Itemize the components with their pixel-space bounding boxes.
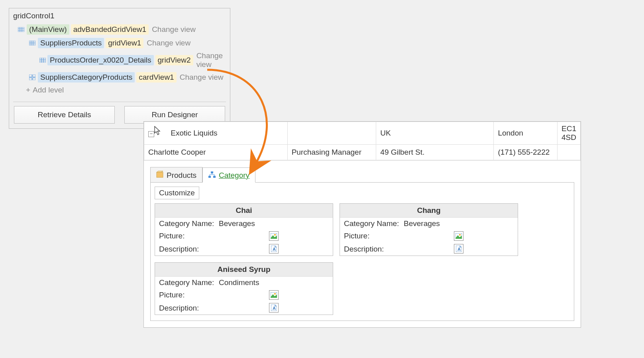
svg-text:A: A <box>457 247 461 252</box>
svg-rect-24 <box>213 176 216 178</box>
card-title: Aniseed Syrup <box>155 263 333 277</box>
grid-cell[interactable]: (171) 555-2222 <box>494 145 558 160</box>
grid-cell[interactable]: EC1 4SD <box>558 122 581 145</box>
svg-rect-0 <box>18 27 24 32</box>
tree-row-productsorderdetails[interactable]: ProductsOrder_x0020_Details gridView2 Ch… <box>9 50 230 71</box>
field-label: Description: <box>344 245 404 254</box>
field-value: Beverages <box>219 219 329 228</box>
cell-value: (171) 555-2222 <box>498 148 550 156</box>
field-label: Picture: <box>344 232 404 240</box>
field-label: Picture: <box>159 291 219 299</box>
field-label: Category Name: <box>344 219 404 228</box>
add-level-link[interactable]: + Add level <box>9 84 230 98</box>
svg-point-26 <box>274 234 276 236</box>
svg-point-32 <box>274 293 276 295</box>
cell-value: 49 Gilbert St. <box>380 148 424 156</box>
detail-area: Products Category Customize Chai Categor… <box>144 160 581 327</box>
box-icon <box>156 171 163 180</box>
view-tree: (MainView) advBandedGridView1 Change vie… <box>9 22 230 100</box>
customize-button[interactable]: Customize <box>155 187 199 199</box>
grid-icon <box>17 26 25 33</box>
picture-icon[interactable] <box>269 290 279 300</box>
card-item[interactable]: Chai Category Name: Beverages Picture: D… <box>155 203 333 256</box>
grid-icon <box>28 40 36 46</box>
svg-rect-18 <box>33 78 35 80</box>
level-designer-panel: gridControl1 (MainView) advBandedGridVie… <box>9 8 230 129</box>
svg-rect-15 <box>29 75 32 77</box>
tree-row-suppliersproducts[interactable]: SuppliersProducts gridView1 Change view <box>9 36 230 50</box>
card-title: Chai <box>155 204 333 218</box>
add-level-label: Add level <box>33 86 64 94</box>
card-item[interactable]: Chang Category Name: Beverages Picture: … <box>340 203 518 256</box>
tab-body: Customize Chai Category Name: Beverages … <box>150 183 574 321</box>
master-grid: − Exotic Liquids UK London EC1 4SD Charl… <box>144 122 581 160</box>
field-label: Description: <box>159 304 219 313</box>
document-icon[interactable]: A <box>269 244 279 254</box>
tab-products[interactable]: Products <box>150 167 202 183</box>
tab-label: Products <box>167 171 196 180</box>
card-item[interactable]: Aniseed Syrup Category Name: Condiments … <box>155 262 333 315</box>
cell-value: Exotic Liquids <box>171 129 217 137</box>
grid-row[interactable]: Charlotte Cooper Purchasing Manager 49 G… <box>144 145 581 160</box>
field-label: Category Name: <box>159 278 219 287</box>
field-label: Description: <box>159 245 219 254</box>
grid-row[interactable]: − Exotic Liquids UK London EC1 4SD <box>144 122 581 145</box>
hierarchy-icon <box>208 171 216 180</box>
grid-cell[interactable]: UK <box>376 122 494 145</box>
tree-row-supplierscategory[interactable]: SuppliersCategoryProducts cardView1 Chan… <box>9 71 230 84</box>
grid-cell[interactable]: 49 Gilbert St. <box>376 145 494 160</box>
cell-value: EC1 4SD <box>562 124 576 142</box>
grid-cell[interactable]: Charlotte Cooper <box>144 145 288 160</box>
svg-point-29 <box>459 234 461 236</box>
tree-node-view: gridView1 <box>106 38 143 48</box>
change-view-link[interactable]: Change view <box>180 73 224 82</box>
picture-icon[interactable] <box>454 231 463 241</box>
cell-value: London <box>498 129 523 137</box>
grid-cell[interactable] <box>287 122 376 145</box>
change-view-link[interactable]: Change view <box>152 25 196 34</box>
svg-rect-22 <box>211 171 213 173</box>
tab-label: Category <box>219 171 249 180</box>
retrieve-details-button[interactable]: Retrieve Details <box>14 106 115 124</box>
card-icon <box>28 74 36 81</box>
cursor-icon <box>154 126 161 138</box>
tree-node-view: advBandedGridView1 <box>71 24 149 35</box>
svg-rect-19 <box>157 172 163 177</box>
tree-node-view: gridView2 <box>155 55 193 65</box>
cell-value: Purchasing Manager <box>292 148 361 156</box>
tab-category[interactable]: Category <box>202 167 255 183</box>
document-icon[interactable]: A <box>269 303 279 313</box>
field-label: Picture: <box>159 232 219 240</box>
tree-node-label: SuppliersCategoryProducts <box>38 72 135 83</box>
cell-value: UK <box>380 129 391 137</box>
grid-cell[interactable] <box>558 145 581 160</box>
svg-text:A: A <box>273 306 276 311</box>
grid-icon <box>39 57 46 63</box>
plus-icon: + <box>26 86 30 94</box>
collapse-icon[interactable]: − <box>148 131 154 137</box>
card-grid: Chai Category Name: Beverages Picture: D… <box>155 203 570 315</box>
tree-row-mainview[interactable]: (MainView) advBandedGridView1 Change vie… <box>9 23 230 36</box>
svg-rect-16 <box>33 75 35 77</box>
grid-preview: − Exotic Liquids UK London EC1 4SD Charl… <box>143 121 581 328</box>
tree-node-label: ProductsOrder_x0020_Details <box>47 55 154 65</box>
detail-tabs: Products Category <box>150 167 574 183</box>
field-value: Beverages <box>404 219 514 228</box>
tree-node-label: (MainView) <box>27 24 69 35</box>
tree-node-view: cardView1 <box>136 72 176 83</box>
change-view-link[interactable]: Change view <box>196 51 226 69</box>
picture-icon[interactable] <box>269 231 279 241</box>
svg-rect-17 <box>29 78 32 80</box>
svg-rect-10 <box>39 58 46 63</box>
company-cell[interactable]: − Exotic Liquids <box>144 122 288 145</box>
cell-value: Charlotte Cooper <box>148 148 206 156</box>
document-icon[interactable]: A <box>454 244 463 254</box>
field-label: Category Name: <box>159 219 219 228</box>
grid-cell[interactable]: Purchasing Manager <box>287 145 376 160</box>
change-view-link[interactable]: Change view <box>147 39 190 47</box>
svg-rect-5 <box>29 41 35 45</box>
designer-title: gridControl1 <box>9 8 230 22</box>
svg-text:A: A <box>273 247 276 252</box>
field-value: Condiments <box>219 278 329 287</box>
grid-cell[interactable]: London <box>494 122 558 145</box>
